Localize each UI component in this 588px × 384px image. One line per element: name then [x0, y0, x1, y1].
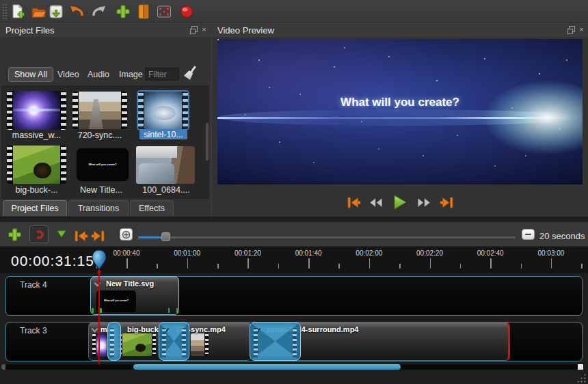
- ruler-tick-major: [490, 258, 492, 269]
- filter-image-button[interactable]: Image: [119, 68, 143, 81]
- timeline-hscrollbar-thumb[interactable]: [133, 364, 401, 370]
- file-label[interactable]: 720-sync....: [68, 131, 131, 140]
- file-list-scrollbar[interactable]: [206, 123, 209, 161]
- add-marker-button[interactable]: [56, 229, 67, 238]
- play-button[interactable]: [390, 193, 410, 211]
- previous-marker-icon: [73, 230, 89, 243]
- clip-label: New Title.svg: [106, 279, 154, 288]
- center-target-icon: [122, 230, 131, 239]
- open-folder-icon: [31, 4, 46, 19]
- film-strip-icon: [60, 91, 66, 130]
- file-thumbnail-720sync[interactable]: [72, 92, 127, 129]
- zoom-out-button[interactable]: [522, 229, 535, 240]
- float-panel-icon[interactable]: [569, 26, 575, 32]
- new-project-button[interactable]: [10, 3, 26, 20]
- filter-show-all-button[interactable]: Show All: [8, 67, 53, 82]
- filter-video-button[interactable]: Video: [57, 68, 79, 81]
- video-preview-panel: Video Preview × What will you create?: [212, 23, 588, 217]
- fullscreen-button[interactable]: [156, 3, 172, 20]
- save-project-button[interactable]: [48, 3, 64, 20]
- file-thumbnail-newtitle[interactable]: What will you create?: [76, 148, 129, 182]
- clip-new-title[interactable]: New Title.svg What will you create?: [90, 276, 179, 315]
- export-video-button[interactable]: [178, 3, 195, 20]
- import-files-button[interactable]: [115, 3, 131, 20]
- clear-filter-brush-icon[interactable]: [183, 65, 198, 81]
- ruler-tick-major: [308, 258, 310, 269]
- snapping-toggle-button[interactable]: [29, 225, 49, 243]
- clip-handle-mark: [92, 308, 94, 313]
- jump-to-end-button[interactable]: [438, 195, 455, 210]
- close-panel-icon[interactable]: ×: [200, 26, 208, 33]
- screen-icon: [157, 5, 172, 18]
- file-thumbnail-bigbuck[interactable]: [7, 146, 66, 184]
- clip-thumb-text: What will you create?: [96, 299, 136, 302]
- tab-effects[interactable]: Effects: [130, 200, 174, 216]
- redo-icon: [90, 4, 107, 19]
- file-label[interactable]: massive_w...: [5, 131, 68, 140]
- open-project-button[interactable]: [30, 3, 46, 20]
- light-burst: [466, 70, 583, 165]
- clip-handle-mark: [176, 308, 178, 313]
- project-files-titlebar: Project Files ×: [0, 23, 211, 37]
- new-project-icon: [10, 4, 25, 19]
- marker-triangle-icon: [57, 230, 66, 238]
- jump-start-icon: [346, 196, 362, 209]
- zoom-slider[interactable]: [138, 236, 516, 238]
- film-strip-icon: [60, 146, 66, 184]
- ruler-label: 00:02:00: [345, 249, 393, 257]
- file-label[interactable]: New Title...: [68, 185, 134, 195]
- film-strip-icon: [7, 146, 13, 184]
- film-strip-icon: [121, 92, 127, 129]
- ruler-label: 00:01:40: [284, 249, 332, 257]
- timeline-panel: 20 seconds 00:00:31:15 00:00:4000:01:000…: [0, 217, 588, 384]
- track-name: Track 3: [20, 326, 47, 335]
- previous-marker-button[interactable]: [72, 228, 89, 244]
- transition-3[interactable]: [250, 322, 301, 361]
- toolbar-drag-handle-icon[interactable]: [2, 3, 8, 19]
- fast-forward-button[interactable]: [416, 195, 432, 210]
- file-label[interactable]: big-buck-...: [5, 185, 68, 195]
- float-panel-icon[interactable]: [191, 26, 198, 32]
- plus-icon: [116, 4, 131, 19]
- transition-2[interactable]: [159, 322, 189, 361]
- transition-1[interactable]: [107, 322, 121, 361]
- rewind-icon: [369, 197, 384, 208]
- timeline-ruler[interactable]: 00:00:31:15 00:00:4000:01:0000:01:2000:0…: [0, 247, 588, 273]
- next-marker-button[interactable]: [90, 228, 106, 244]
- file-thumbnail-sintel[interactable]: [138, 92, 188, 129]
- tab-transitions[interactable]: Transitions: [68, 200, 129, 216]
- zoom-slider-thumb[interactable]: [161, 232, 170, 241]
- clip-label: m: [101, 325, 107, 333]
- redo-button[interactable]: [90, 3, 107, 20]
- clip-menu-chevron-icon[interactable]: [92, 326, 98, 333]
- close-panel-icon[interactable]: ×: [578, 26, 585, 33]
- transition-strip-icon: [182, 328, 186, 357]
- jump-to-start-button[interactable]: [345, 195, 362, 210]
- fast-forward-icon: [416, 197, 431, 208]
- clip-menu-chevron-icon[interactable]: [94, 280, 101, 287]
- project-files-title: Project Files: [5, 25, 55, 36]
- file-label[interactable]: 100_0684....: [135, 185, 197, 195]
- file-thumbnail-massive[interactable]: [7, 91, 66, 130]
- tab-project-files[interactable]: Project Files: [3, 200, 67, 216]
- ruler-label: 00:03:00: [527, 249, 575, 257]
- center-on-playhead-button[interactable]: [120, 228, 133, 241]
- add-track-button[interactable]: [6, 226, 23, 243]
- undo-button[interactable]: [69, 3, 85, 20]
- timeline-hscrollbar-endcap: [578, 364, 583, 370]
- ruler-tick-minor: [460, 264, 462, 269]
- file-label-selected[interactable]: sintel-10...: [139, 130, 187, 139]
- rewind-button[interactable]: [368, 195, 384, 210]
- ruler-tick-major: [369, 258, 371, 269]
- filter-audio-button[interactable]: Audio: [88, 68, 109, 81]
- film-strip-icon: [182, 92, 188, 129]
- film-strip-icon: [204, 333, 209, 356]
- filter-input[interactable]: [145, 68, 179, 81]
- ruler-label: 00:00:40: [103, 249, 150, 257]
- playhead-line[interactable]: [98, 271, 100, 364]
- video-preview-screen[interactable]: What will you create?: [217, 39, 583, 184]
- file-thumbnail-1000684[interactable]: [136, 146, 195, 184]
- choose-profile-button[interactable]: [135, 3, 152, 20]
- record-circle-icon: [179, 4, 194, 19]
- clip-bigbuck[interactable]: big-buck-: [114, 322, 164, 361]
